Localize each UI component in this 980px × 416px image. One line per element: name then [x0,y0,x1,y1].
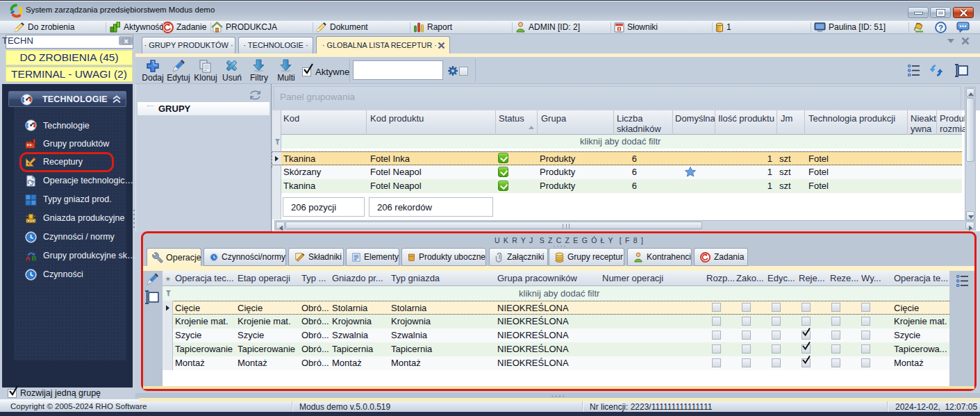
svg-text:A: A [25,254,30,262]
svg-text:B: B [31,254,36,262]
svg-text:?: ? [938,23,943,31]
